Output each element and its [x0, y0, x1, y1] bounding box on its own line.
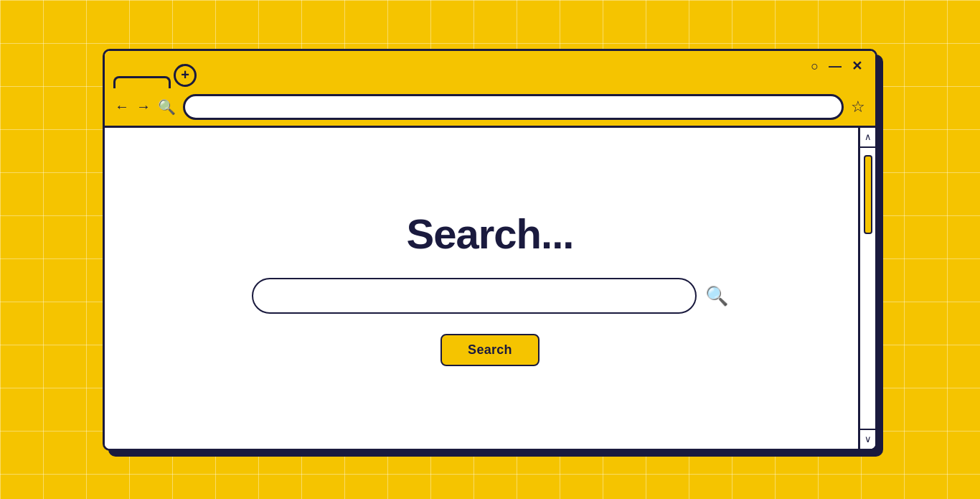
window-controls: ○ — ✕: [811, 60, 862, 73]
bookmark-icon[interactable]: ☆: [851, 98, 865, 116]
address-input[interactable]: [195, 101, 831, 113]
content-inner: Search... 🔍 Search: [252, 210, 728, 366]
search-submit-icon[interactable]: 🔍: [705, 285, 728, 307]
scroll-thumb[interactable]: [864, 155, 872, 234]
search-input[interactable]: [252, 278, 697, 314]
forward-button[interactable]: →: [136, 98, 151, 115]
tab-bar: +: [105, 51, 875, 88]
browser-content: ∧ ∨ Search... 🔍 Search: [105, 128, 875, 449]
browser-chrome: + ○ — ✕ ← → 🔍 ☆: [105, 51, 875, 128]
search-heading: Search...: [407, 210, 574, 258]
address-bar[interactable]: [183, 94, 844, 120]
close-button[interactable]: ✕: [852, 60, 862, 73]
nav-bar: ← → 🔍 ☆: [105, 88, 875, 126]
browser-window: + ○ — ✕ ← → 🔍 ☆ ∧ ∨ Search...: [103, 49, 877, 451]
restore-button[interactable]: ○: [811, 60, 819, 73]
search-button[interactable]: Search: [440, 334, 540, 366]
minimize-button[interactable]: —: [829, 60, 842, 73]
back-button[interactable]: ←: [115, 98, 129, 115]
search-nav-icon: 🔍: [158, 98, 176, 116]
new-tab-button[interactable]: +: [174, 64, 197, 87]
scroll-down-arrow[interactable]: ∨: [860, 429, 875, 449]
scrollbar: ∧ ∨: [858, 128, 875, 449]
active-tab[interactable]: [113, 76, 171, 88]
search-bar-row: 🔍: [252, 278, 728, 314]
scroll-up-arrow[interactable]: ∧: [860, 128, 875, 148]
